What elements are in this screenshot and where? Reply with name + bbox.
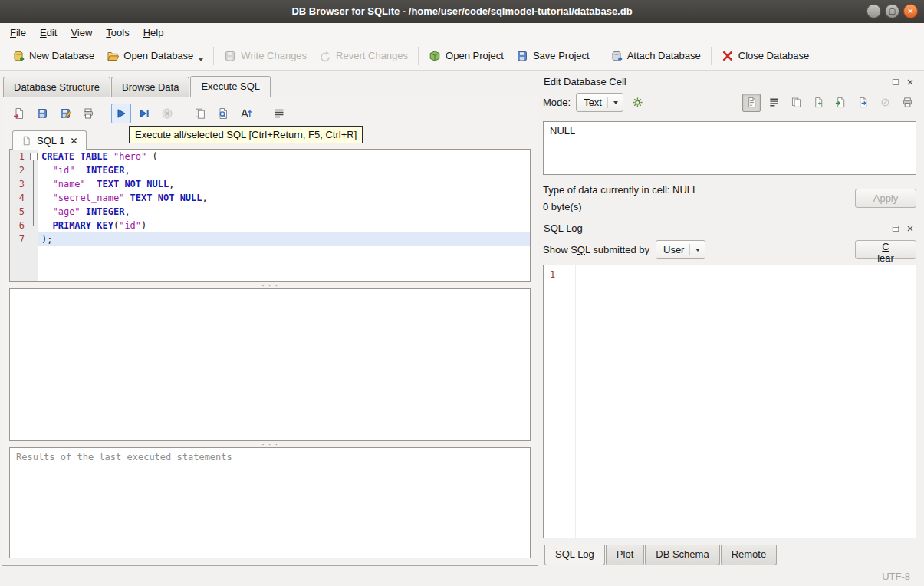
sql-token: "id" bbox=[52, 165, 74, 176]
splitter-handle[interactable] bbox=[9, 282, 531, 288]
sql-token: "name" bbox=[52, 179, 85, 189]
editor-gutter-fill bbox=[10, 246, 530, 281]
import-from-file-button[interactable] bbox=[831, 94, 850, 112]
find-replace-button[interactable] bbox=[213, 104, 233, 123]
editor-line[interactable]: 1CREATE TABLE "hero" ( bbox=[10, 150, 530, 163]
editor-line[interactable]: 6 PRIMARY KEY("id") bbox=[10, 219, 530, 232]
close-database-button[interactable]: Close Database bbox=[715, 46, 816, 66]
editor-line[interactable]: 7); bbox=[10, 232, 530, 246]
open-database-label: Open Database bbox=[123, 50, 193, 61]
save-project-button[interactable]: Save Project bbox=[510, 46, 596, 66]
save-sql-as-button[interactable] bbox=[55, 104, 75, 123]
toolbar-separator bbox=[711, 47, 712, 65]
sql-token: ) bbox=[141, 220, 146, 231]
open-sql-file-button[interactable] bbox=[9, 104, 29, 123]
tab-db-schema[interactable]: DB Schema bbox=[645, 545, 719, 565]
write-changes-button: Write Changes bbox=[218, 46, 313, 66]
format-sql-button[interactable] bbox=[269, 104, 289, 123]
menu-edit[interactable]: Edit bbox=[33, 25, 64, 41]
tab-execute-sql[interactable]: Execute SQL bbox=[190, 76, 271, 97]
new-database-label: New Database bbox=[29, 50, 94, 61]
sql-log-view[interactable]: 1 bbox=[543, 265, 916, 538]
code-line: "secret_name" TEXT NOT NULL, bbox=[38, 191, 530, 205]
save-sql-file-button[interactable] bbox=[32, 104, 52, 123]
menu-help[interactable]: Help bbox=[136, 25, 171, 41]
close-dock-icon[interactable] bbox=[905, 77, 916, 87]
sql-log-filter-row: Show SQL submitted by User Clear bbox=[543, 240, 916, 259]
menu-tools[interactable]: Tools bbox=[99, 25, 136, 41]
editor-line[interactable]: 3 "name" TEXT NOT NULL, bbox=[10, 177, 530, 191]
new-database-button[interactable]: New Database bbox=[6, 46, 100, 66]
minimize-button[interactable]: – bbox=[866, 4, 881, 18]
sql-editor-tab[interactable]: SQL 1 bbox=[12, 130, 87, 150]
copy-cell-button[interactable] bbox=[787, 94, 805, 112]
float-dock-icon[interactable] bbox=[890, 223, 901, 234]
sql-tab-close-icon[interactable] bbox=[69, 136, 79, 146]
mode-select[interactable]: Text bbox=[576, 93, 623, 112]
revert-changes-icon bbox=[319, 50, 331, 62]
editor-line[interactable]: 2 "id" INTEGER, bbox=[10, 163, 530, 177]
text-mode-button[interactable] bbox=[742, 94, 761, 112]
export-to-file-button[interactable] bbox=[853, 94, 872, 112]
new-database-icon bbox=[12, 50, 25, 62]
open-database-button[interactable]: Open Database bbox=[100, 46, 209, 66]
open-database-dropdown-icon[interactable] bbox=[199, 58, 203, 61]
cell-editor[interactable]: NULL bbox=[543, 121, 916, 175]
line-number: 3 bbox=[10, 177, 28, 191]
editor-line[interactable]: 4 "secret_name" TEXT NOT NULL, bbox=[10, 191, 530, 205]
open-project-icon bbox=[429, 50, 441, 62]
code-line: ); bbox=[38, 232, 530, 246]
tab-plot[interactable]: Plot bbox=[606, 545, 644, 565]
attach-database-button[interactable]: Attach Database bbox=[604, 46, 707, 66]
cell-type-text: Type of data currently in cell: NULL bbox=[543, 184, 698, 196]
print-cell-button[interactable] bbox=[898, 94, 916, 112]
sql-editor[interactable]: 1CREATE TABLE "hero" (2 "id" INTEGER,3 "… bbox=[9, 149, 531, 282]
close-button[interactable]: ✕ bbox=[903, 4, 918, 18]
execute-all-button[interactable] bbox=[111, 104, 131, 123]
sql-token: "age" bbox=[52, 206, 80, 217]
sql-token bbox=[41, 206, 52, 217]
word-wrap-button[interactable] bbox=[765, 94, 783, 112]
log-line-number: 1 bbox=[544, 265, 576, 538]
status-bar: UTF-8 bbox=[0, 566, 924, 586]
open-project-button[interactable]: Open Project bbox=[423, 46, 510, 66]
write-changes-label: Write Changes bbox=[241, 50, 307, 61]
clear-log-button[interactable]: Clear bbox=[855, 240, 916, 259]
log-filter-select[interactable]: User bbox=[656, 240, 705, 259]
sql-token: "secret_name" bbox=[52, 193, 124, 203]
float-dock-icon[interactable] bbox=[890, 77, 901, 87]
splitter-handle[interactable] bbox=[9, 441, 531, 447]
sql-token: CREATE TABLE bbox=[41, 151, 108, 162]
close-dock-icon[interactable] bbox=[905, 223, 916, 234]
maximize-button[interactable]: ▢ bbox=[885, 4, 899, 18]
print-sql-button[interactable] bbox=[78, 104, 98, 123]
window-controls: –▢✕ bbox=[863, 4, 918, 18]
sql-log-dock-title: SQL Log bbox=[543, 220, 916, 238]
autocomplete-button[interactable] bbox=[236, 104, 256, 123]
tab-remote[interactable]: Remote bbox=[721, 545, 778, 565]
cell-settings-button[interactable] bbox=[629, 94, 647, 112]
paste-cell-button[interactable] bbox=[809, 94, 827, 112]
log-filter-label: Show SQL submitted by bbox=[543, 244, 649, 255]
tab-browse-data[interactable]: Browse Data bbox=[111, 77, 189, 97]
tab-sql-log[interactable]: SQL Log bbox=[544, 545, 605, 565]
new-tab-button[interactable] bbox=[190, 104, 210, 123]
execute-line-button[interactable] bbox=[134, 104, 154, 123]
open-project-label: Open Project bbox=[446, 50, 504, 61]
menu-file[interactable]: File bbox=[3, 25, 33, 41]
title-bar[interactable]: DB Browser for SQLite - /home/user/code/… bbox=[0, 0, 924, 23]
menu-view[interactable]: View bbox=[64, 25, 99, 41]
close-database-icon bbox=[722, 50, 734, 62]
editor-line[interactable]: 5 "age" INTEGER, bbox=[10, 205, 530, 219]
sql-editor-lines: 1CREATE TABLE "hero" (2 "id" INTEGER,3 "… bbox=[10, 150, 530, 246]
sql-token: INTEGER bbox=[86, 206, 125, 217]
fold-marker bbox=[28, 219, 38, 232]
attach-database-icon bbox=[610, 50, 623, 62]
fold-marker bbox=[28, 191, 38, 205]
sql-token: , bbox=[202, 193, 208, 203]
tab-database-structure[interactable]: Database Structure bbox=[3, 77, 110, 97]
code-line: "id" INTEGER, bbox=[38, 163, 530, 177]
sql-token: "id" bbox=[119, 220, 141, 231]
cell-value: NULL bbox=[550, 125, 575, 137]
sql-token: , bbox=[169, 179, 174, 189]
